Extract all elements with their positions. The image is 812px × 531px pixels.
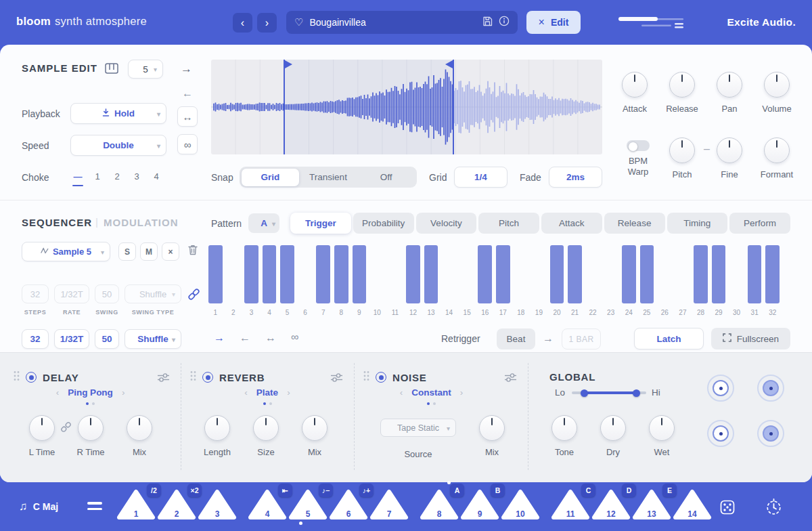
preset-next-button[interactable]: › [257, 13, 277, 33]
chevron-right-icon[interactable]: › [122, 387, 125, 398]
knob-formant[interactable] [764, 137, 790, 163]
pad-4[interactable]: 4⇤ [248, 489, 287, 520]
play-backward-icon[interactable]: ← [240, 332, 250, 344]
keyboard-icon[interactable] [105, 63, 118, 77]
bpm-warp-toggle[interactable] [627, 140, 650, 151]
step-8[interactable]: 8 [334, 245, 348, 318]
knob-attack[interactable] [622, 72, 648, 98]
pad-badge[interactable]: /2 [147, 484, 161, 497]
delay-power-toggle[interactable] [26, 372, 37, 383]
retrigger-mode-button[interactable]: Beat [497, 328, 535, 349]
pad-2[interactable]: 2×2 [157, 489, 196, 520]
step-22[interactable]: 22 [586, 245, 600, 318]
speed-select[interactable]: Double ▾ [70, 135, 166, 156]
pad-badge[interactable]: ♪− [319, 484, 333, 497]
tab-probability[interactable]: Probability [353, 213, 414, 234]
slider-handle-lo[interactable] [581, 389, 588, 397]
pad-badge[interactable]: A [450, 484, 464, 497]
play-forward-icon[interactable]: → [214, 332, 225, 344]
edit-toggle-button[interactable]: × Edit [526, 11, 581, 34]
step-7[interactable]: 7 [316, 245, 330, 318]
step-1[interactable]: 1 [208, 245, 223, 318]
choke-option-4[interactable]: 4 [148, 167, 165, 186]
steps-value-box[interactable]: 32 [22, 329, 49, 349]
step-29[interactable]: 29 [712, 245, 726, 318]
tab-attack[interactable]: Attack [541, 213, 602, 234]
snap-option-off[interactable]: Off [357, 169, 415, 186]
drag-handle-icon[interactable] [14, 370, 20, 384]
step-2[interactable]: 2 [227, 245, 241, 318]
pad-8[interactable]: 8A [420, 489, 459, 520]
step-11[interactable]: 11 [388, 245, 403, 318]
play-pingpong-icon[interactable]: ↔ [265, 332, 276, 344]
step-3[interactable]: 3 [244, 245, 258, 318]
delay-mode-selector[interactable]: ‹Ping Pong› [0, 387, 181, 398]
step-18[interactable]: 18 [514, 245, 528, 318]
reverb-settings-icon[interactable] [331, 373, 342, 385]
step-6[interactable]: 6 [298, 245, 313, 318]
drag-handle-icon[interactable] [363, 370, 369, 384]
tab-release[interactable]: Release [604, 213, 665, 234]
tab-pitch[interactable]: Pitch [478, 213, 539, 234]
tone-range-slider[interactable] [572, 391, 646, 394]
knob-volume[interactable] [764, 72, 790, 98]
snap-option-transient[interactable]: Transient [299, 169, 357, 186]
knob-mix[interactable] [302, 415, 328, 441]
pad-14[interactable]: 14 [673, 489, 712, 520]
step-28[interactable]: 28 [694, 245, 708, 318]
noise-source-select[interactable]: Tape Static ▾ [380, 419, 456, 437]
preset-prev-button[interactable]: ‹ [233, 13, 252, 33]
info-icon[interactable] [499, 16, 510, 29]
knob-r-time[interactable] [78, 415, 104, 441]
chevron-right-icon[interactable]: › [460, 387, 464, 398]
latch-button[interactable]: Latch [634, 328, 704, 349]
step-16[interactable]: 16 [478, 245, 492, 318]
reverb-power-toggle[interactable] [202, 372, 213, 383]
knob-tone[interactable] [551, 415, 577, 441]
knob-dry[interactable] [600, 415, 626, 441]
sequencer-tab[interactable]: SEQUENCER [22, 217, 92, 228]
modulation-tab[interactable]: MODULATION [104, 217, 179, 228]
knob-wet[interactable] [649, 415, 675, 441]
pad-3[interactable]: 3 [198, 489, 237, 520]
jump-arrow-icon[interactable]: → [181, 62, 192, 76]
step-21[interactable]: 21 [568, 245, 582, 318]
knob-size[interactable] [253, 415, 279, 441]
delay-settings-icon[interactable] [158, 373, 169, 385]
unlink-icon[interactable] [60, 421, 72, 436]
scale-menu-icon[interactable] [87, 502, 102, 513]
pad-badge[interactable]: D [622, 484, 636, 497]
step-31[interactable]: 31 [748, 245, 762, 318]
noise-power-toggle[interactable] [376, 372, 386, 383]
fullscreen-button[interactable]: Fullscreen [711, 328, 790, 349]
step-9[interactable]: 9 [353, 245, 367, 318]
macro-pad-3[interactable] [707, 420, 734, 447]
favorite-heart-icon[interactable]: ♡ [294, 16, 303, 28]
playback-mode-select[interactable]: Hold ▾ [70, 103, 166, 124]
pad-badge[interactable]: ♪+ [359, 484, 374, 497]
reverb-mode-selector[interactable]: ‹Plate› [181, 387, 354, 398]
macro-pad-4[interactable] [757, 420, 784, 447]
choke-option-off[interactable]: — [69, 167, 87, 186]
pad-badge[interactable]: C [581, 484, 595, 497]
knob-fine[interactable] [717, 137, 742, 163]
step-12[interactable]: 12 [406, 245, 420, 318]
output-meter[interactable] [618, 14, 686, 34]
play-reverse-icon[interactable]: ← [182, 87, 193, 100]
step-30[interactable]: 30 [729, 245, 744, 318]
choke-option-1[interactable]: 1 [89, 167, 106, 186]
choke-option-3[interactable]: 3 [128, 167, 145, 186]
pad-badge[interactable]: ⇤ [278, 484, 292, 497]
pad-12[interactable]: 12D [591, 489, 631, 520]
noise-settings-icon[interactable] [505, 373, 516, 385]
play-loop-icon[interactable]: ∞ [291, 331, 298, 343]
step-19[interactable]: 19 [532, 245, 546, 318]
ping-pong-loop-button[interactable]: ↔ [177, 106, 198, 127]
pattern-select[interactable]: A ▾ [248, 213, 279, 233]
macro-pad-1[interactable] [707, 375, 734, 402]
step-20[interactable]: 20 [550, 245, 564, 318]
pad-9[interactable]: 9B [460, 489, 499, 520]
pad-badge[interactable]: B [491, 484, 505, 497]
pad-10[interactable]: 10 [501, 489, 540, 520]
step-5[interactable]: 5 [280, 245, 294, 318]
